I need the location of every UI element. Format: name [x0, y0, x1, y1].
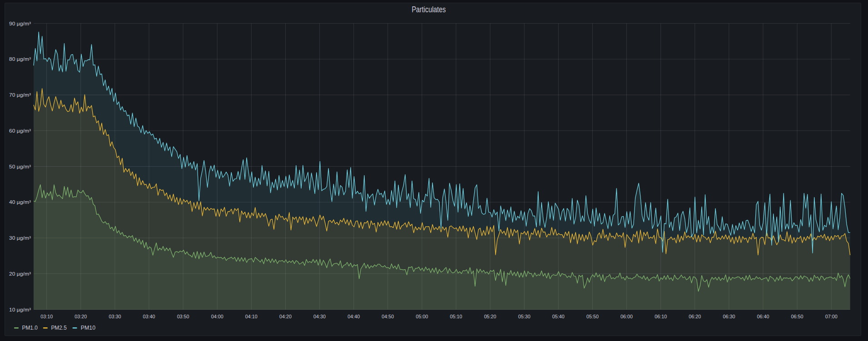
svg-text:40 µg/m³: 40 µg/m³: [9, 199, 31, 205]
svg-text:10 µg/m³: 10 µg/m³: [9, 307, 31, 312]
svg-text:04:00: 04:00: [211, 314, 223, 319]
svg-text:90 µg/m³: 90 µg/m³: [9, 21, 31, 26]
svg-text:60 µg/m³: 60 µg/m³: [9, 128, 31, 133]
svg-text:05:00: 05:00: [416, 314, 428, 319]
svg-text:06:40: 06:40: [757, 314, 769, 319]
svg-text:06:10: 06:10: [655, 314, 667, 319]
svg-text:05:30: 05:30: [518, 314, 531, 319]
svg-text:03:50: 03:50: [177, 314, 189, 319]
svg-text:04:50: 04:50: [382, 314, 394, 319]
svg-text:04:10: 04:10: [245, 314, 258, 319]
svg-text:05:10: 05:10: [450, 314, 462, 319]
svg-text:03:30: 03:30: [109, 314, 121, 319]
svg-text:05:50: 05:50: [586, 314, 599, 319]
svg-text:06:30: 06:30: [723, 314, 735, 319]
svg-text:07:00: 07:00: [825, 314, 838, 319]
svg-text:04:30: 04:30: [313, 314, 326, 319]
svg-text:06:50: 06:50: [791, 314, 804, 319]
svg-text:80 µg/m³: 80 µg/m³: [9, 56, 31, 62]
svg-text:05:40: 05:40: [552, 314, 565, 319]
svg-text:03:10: 03:10: [40, 314, 53, 319]
svg-text:PM1.0: PM1.0: [22, 324, 38, 331]
svg-text:50 µg/m³: 50 µg/m³: [9, 164, 31, 169]
svg-text:05:20: 05:20: [484, 314, 496, 319]
svg-text:04:20: 04:20: [279, 314, 292, 319]
svg-text:30 µg/m³: 30 µg/m³: [9, 235, 31, 241]
svg-text:Particulates: Particulates: [412, 5, 446, 14]
svg-text:03:20: 03:20: [74, 314, 87, 319]
svg-text:06:20: 06:20: [689, 314, 701, 319]
svg-text:03:40: 03:40: [143, 314, 155, 319]
svg-text:06:00: 06:00: [620, 314, 633, 319]
svg-text:04:40: 04:40: [347, 314, 360, 319]
svg-text:20 µg/m³: 20 µg/m³: [9, 271, 31, 277]
svg-text:70 µg/m³: 70 µg/m³: [9, 92, 31, 98]
svg-text:PM10: PM10: [81, 324, 95, 331]
svg-text:PM2.5: PM2.5: [51, 324, 66, 331]
